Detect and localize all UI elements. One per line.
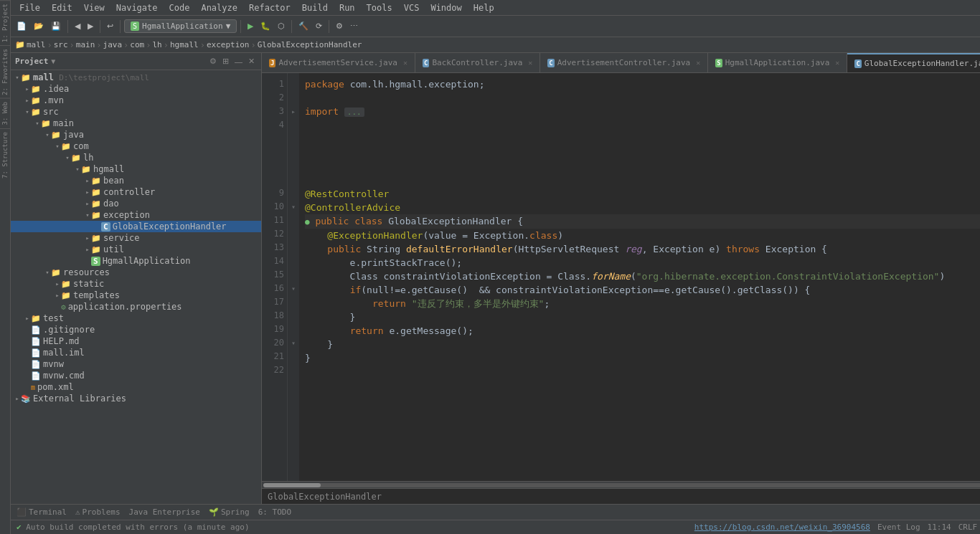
editor-filename-bar: GlobalExceptionHandler: [262, 488, 980, 504]
code-line-blank3: [305, 160, 980, 173]
tab-terminal[interactable]: ⬛ Terminal: [17, 507, 67, 517]
tree-item-lh[interactable]: ▾ 📁 lh: [11, 152, 261, 163]
menu-help[interactable]: Help: [468, 1, 500, 14]
code-line-blank2: [305, 146, 980, 160]
panel-web[interactable]: 3: Web: [0, 98, 10, 128]
menu-view[interactable]: View: [78, 1, 110, 14]
panel-project[interactable]: 1: Project: [0, 0, 10, 45]
tab-global-exception-handler[interactable]: C GlobalExceptionHandler.java ✕: [847, 53, 980, 72]
tree-item-util[interactable]: ▸ 📁 util: [11, 244, 261, 255]
bc-hgmall[interactable]: hgmall: [170, 40, 199, 49]
tree-item-app-properties[interactable]: ⚙ application.properties: [11, 301, 261, 313]
tree-item-pom-xml[interactable]: m pom.xml: [11, 381, 261, 393]
toolbar-more[interactable]: ⋯: [347, 20, 361, 32]
tree-item-src[interactable]: ▾ 📁 src: [11, 106, 261, 118]
bc-mall[interactable]: 📁 mall: [15, 40, 46, 49]
tab-java-enterprise[interactable]: Java Enterprise: [129, 507, 200, 517]
tree-item-service[interactable]: ▸ 📁 service: [11, 232, 261, 244]
toolbar-sync[interactable]: ⟳: [313, 20, 325, 32]
bc-file[interactable]: GlobalExceptionHandler: [258, 40, 362, 49]
tree-item-hgmall-app[interactable]: S HgmallApplication: [11, 255, 261, 267]
menu-navigate[interactable]: Navigate: [110, 1, 164, 14]
code-line-18: }: [305, 310, 980, 324]
sidebar-expand[interactable]: ⊞: [220, 56, 231, 67]
status-line-col[interactable]: 11:14: [928, 523, 951, 532]
tree-item-mall-iml[interactable]: 📄 mall.iml: [11, 347, 261, 358]
menu-edit[interactable]: Edit: [46, 1, 78, 14]
bc-exception[interactable]: exception: [207, 40, 250, 49]
debug-button[interactable]: 🐛: [258, 20, 273, 32]
menu-analyze[interactable]: Analyze: [195, 1, 243, 14]
bc-main[interactable]: main: [76, 40, 95, 49]
event-log[interactable]: Event Log: [877, 523, 920, 532]
bc-lh[interactable]: lh: [152, 40, 161, 49]
tab-problems[interactable]: ⚠ Problems: [75, 507, 121, 517]
code-line-11: ● public class GlobalExceptionHandler {: [305, 214, 980, 229]
tab-back-controller[interactable]: C BackController.java ✕: [415, 53, 540, 72]
run-button[interactable]: ▶: [245, 20, 256, 32]
tree-item-mvn[interactable]: ▸ 📁 .mvn: [11, 95, 261, 106]
tree-item-resources[interactable]: ▾ 📁 resources: [11, 267, 261, 278]
tree-item-gitignore[interactable]: 📄 .gitignore: [11, 324, 261, 335]
tree-item-idea[interactable]: ▸ 📁 .idea: [11, 83, 261, 95]
bc-src[interactable]: src: [54, 40, 68, 49]
sidebar-gear[interactable]: ⚙: [207, 56, 219, 67]
toolbar-back[interactable]: ◀: [72, 20, 83, 32]
tree-item-com[interactable]: ▾ 📁 com: [11, 140, 261, 152]
tab-spring[interactable]: 🌱 Spring: [209, 507, 250, 517]
tree-item-mall[interactable]: ▾ 📁 mall D:\testproject\mall: [11, 72, 261, 83]
code-line-12: @ExceptionHandler(value = Exception.clas…: [305, 229, 980, 242]
sidebar-close[interactable]: ✕: [246, 56, 257, 67]
run-with-coverage[interactable]: ⬡: [275, 20, 288, 32]
run-config-selector[interactable]: S HgmallApplication ▼: [124, 19, 237, 33]
toolbar-undo[interactable]: ↩: [104, 20, 116, 32]
tree-item-bean[interactable]: ▸ 📁 bean: [11, 175, 261, 186]
tree-item-help-md[interactable]: 📄 HELP.md: [11, 335, 261, 347]
toolbar-open[interactable]: 📂: [31, 20, 47, 32]
toolbar-build[interactable]: 🔨: [296, 20, 311, 32]
status-crlf[interactable]: CRLF: [958, 523, 978, 532]
sidebar-collapse[interactable]: —: [232, 56, 245, 67]
tree-item-global-exception-handler[interactable]: C GlobalExceptionHandler: [11, 221, 261, 232]
tree-item-dao[interactable]: ▸ 📁 dao: [11, 198, 261, 209]
menu-window[interactable]: Window: [425, 1, 467, 14]
tree-item-ext-libs[interactable]: ▸ 📚 External Libraries: [11, 393, 261, 404]
editor-filename-label: GlobalExceptionHandler: [268, 492, 382, 502]
status-url[interactable]: https://blog.csdn.net/weixin_36904568: [694, 523, 870, 532]
terminal-icon: ⬛: [17, 507, 27, 517]
horizontal-scrollbar[interactable]: [262, 481, 980, 488]
toolbar-new[interactable]: 📄: [14, 20, 29, 32]
tree-item-exception[interactable]: ▾ 📁 exception: [11, 209, 261, 221]
bc-java[interactable]: java: [103, 40, 123, 49]
panel-structure[interactable]: 7: Structure: [0, 128, 10, 181]
menu-build[interactable]: Build: [296, 1, 334, 14]
menu-file[interactable]: File: [14, 1, 46, 14]
menu-tools[interactable]: Tools: [361, 1, 398, 14]
toolbar-forward[interactable]: ▶: [85, 20, 96, 32]
tree-item-mvnw-cmd[interactable]: 📄 mvnw.cmd: [11, 370, 261, 381]
panel-favorites[interactable]: 2: Favorites: [0, 45, 10, 98]
tree-item-static[interactable]: ▸ 📁 static: [11, 278, 261, 290]
menu-run[interactable]: Run: [334, 1, 361, 14]
bc-com[interactable]: com: [130, 40, 144, 49]
tree-item-main[interactable]: ▾ 📁 main: [11, 118, 261, 129]
tab-todo[interactable]: 6: TODO: [258, 507, 291, 517]
code-line-21: }: [305, 351, 980, 365]
code-line-20: }: [305, 338, 980, 351]
tree-item-controller[interactable]: ▸ 📁 controller: [11, 186, 261, 198]
tree-item-test[interactable]: ▸ 📁 test: [11, 313, 261, 324]
toolbar-save[interactable]: 💾: [48, 20, 64, 32]
tree-item-mvnw[interactable]: 📄 mvnw: [11, 358, 261, 370]
tree-item-templates[interactable]: ▸ 📁 templates: [11, 290, 261, 301]
tree-item-hgmall[interactable]: ▾ 📁 hgmall: [11, 163, 261, 175]
toolbar-settings[interactable]: ⚙: [333, 20, 346, 32]
tab-advertisement-service[interactable]: J AdvertisementService.java ✕: [262, 53, 415, 72]
tab-advertisement-controller[interactable]: C AdvertisementController.java ✕: [540, 53, 708, 72]
tree-item-java[interactable]: ▾ 📁 java: [11, 129, 261, 140]
code-content[interactable]: package com.lh.hgmall.exception; import …: [299, 73, 980, 481]
menu-refactor[interactable]: Refactor: [243, 1, 296, 14]
menu-code[interactable]: Code: [164, 1, 196, 14]
tab-hgmall-application[interactable]: S HgmallApplication.java ✕: [708, 53, 847, 72]
menu-vcs[interactable]: VCS: [398, 1, 425, 14]
editor-tabs: J AdvertisementService.java ✕ C BackCont…: [262, 53, 980, 73]
